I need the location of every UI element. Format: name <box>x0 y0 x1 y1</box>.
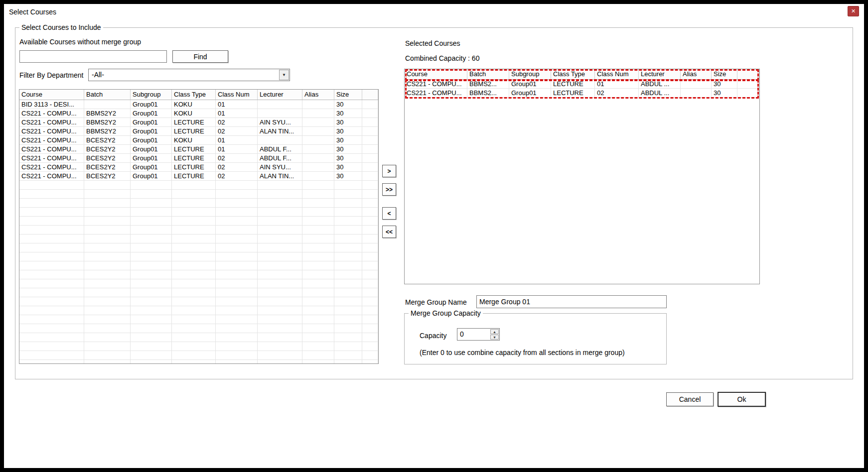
grid-cell <box>216 333 258 342</box>
table-row[interactable]: CS221 - COMPU...BBMS2...Group01LECTURE01… <box>405 80 759 89</box>
grid-cell-filler <box>362 154 378 162</box>
table-empty-row <box>19 279 378 288</box>
table-row[interactable]: CS221 - COMPU...BBMS2Y2Group01LECTURE02A… <box>19 127 378 136</box>
add-selected-button[interactable]: > <box>382 165 396 177</box>
grid-cell <box>681 89 712 97</box>
grid-cell <box>302 243 334 252</box>
grid-cell <box>172 297 216 306</box>
capacity-spinner[interactable]: 0 ▲ ▼ <box>457 328 500 341</box>
grid-cell: Group01 <box>131 136 172 144</box>
column-header[interactable]: Alias <box>302 90 334 100</box>
selected-courses-table[interactable]: CourseBatchSubgroupClass TypeClass NumLe… <box>404 69 760 284</box>
column-header[interactable]: Lecturer <box>258 90 302 100</box>
grid-cell: BBMS2Y2 <box>84 118 131 126</box>
department-dropdown[interactable]: -All- ▼ <box>88 69 290 81</box>
add-all-button[interactable]: >> <box>382 183 396 196</box>
column-header[interactable]: Subgroup <box>131 90 172 100</box>
grid-cell <box>302 154 334 162</box>
column-header[interactable]: Batch <box>84 90 131 100</box>
dropdown-arrow-button[interactable]: ▼ <box>279 70 289 80</box>
grid-cell <box>302 208 334 216</box>
column-header-filler <box>362 90 378 100</box>
column-header[interactable]: Course <box>405 69 467 79</box>
table-empty-row <box>19 288 378 297</box>
grid-cell: AIN SYU... <box>258 118 302 126</box>
grid-cell <box>84 190 131 198</box>
grid-cell <box>131 324 172 333</box>
grid-cell <box>258 315 302 324</box>
table-row[interactable]: CS221 - COMPU...BCES2Y2Group01LECTURE01A… <box>19 145 378 154</box>
table-empty-row <box>19 324 378 333</box>
grid-cell: CS221 - COMPU... <box>19 136 84 144</box>
remove-selected-button[interactable]: < <box>382 207 396 220</box>
grid-cell <box>216 217 258 225</box>
table-row[interactable]: CS221 - COMPU...BBMS2Y2Group01KOKU0130 <box>19 109 378 118</box>
grid-cell: 30 <box>334 154 362 162</box>
grid-cell <box>258 181 302 189</box>
grid-cell-filler <box>362 136 378 144</box>
column-header[interactable]: Course <box>19 90 84 100</box>
column-header[interactable]: Size <box>334 90 362 100</box>
grid-cell-filler <box>362 172 378 180</box>
column-header[interactable]: Subgroup <box>509 69 551 79</box>
column-header[interactable]: Alias <box>681 69 712 79</box>
table-row[interactable]: CS221 - COMPU...BBMS2...Group01LECTURE02… <box>405 89 759 98</box>
grid-cell <box>334 297 362 306</box>
table-row[interactable]: CS221 - COMPU...BBMS2Y2Group01LECTURE02A… <box>19 118 378 127</box>
find-button[interactable]: Find <box>172 50 228 63</box>
column-header[interactable]: Class Type <box>172 90 216 100</box>
grid-cell-filler <box>362 217 378 225</box>
grid-cell <box>258 297 302 306</box>
column-header[interactable]: Class Num <box>595 69 639 79</box>
grid-cell <box>302 288 334 297</box>
grid-cell <box>216 261 258 270</box>
grid-cell <box>19 288 84 297</box>
column-header[interactable]: Class Type <box>551 69 595 79</box>
grid-cell: Group01 <box>131 154 172 162</box>
grid-cell <box>334 181 362 189</box>
grid-cell <box>131 360 172 364</box>
table-row[interactable]: CS221 - COMPU...BCES2Y2Group01LECTURE02A… <box>19 163 378 172</box>
grid-cell <box>334 288 362 297</box>
grid-cell <box>216 243 258 252</box>
table-row[interactable]: CS221 - COMPU...BCES2Y2Group01LECTURE02A… <box>19 154 378 163</box>
grid-header-row: CourseBatchSubgroupClass TypeClass NumLe… <box>405 69 759 80</box>
grid-cell <box>258 100 302 109</box>
ok-button[interactable]: Ok <box>718 392 766 407</box>
search-input[interactable] <box>19 50 167 63</box>
column-header[interactable]: Lecturer <box>639 69 681 79</box>
grid-cell <box>258 109 302 118</box>
groupbox-title: Select Courses to Include <box>19 23 103 31</box>
column-header[interactable]: Class Num <box>216 90 258 100</box>
capacity-label: Capacity <box>420 332 446 340</box>
cancel-button[interactable]: Cancel <box>666 392 714 406</box>
grid-cell: 01 <box>216 145 258 153</box>
column-header[interactable]: Batch <box>467 69 509 79</box>
close-button[interactable]: ✕ <box>848 6 859 16</box>
grid-cell: Group01 <box>131 109 172 118</box>
column-header-filler <box>737 69 759 79</box>
grid-cell-filler <box>362 342 378 351</box>
grid-cell: 30 <box>334 100 362 109</box>
grid-cell <box>302 270 334 279</box>
merge-group-name-input[interactable] <box>476 295 667 308</box>
grid-header-row: CourseBatchSubgroupClass TypeClass NumLe… <box>19 90 378 100</box>
spinner-down-button[interactable]: ▼ <box>490 335 499 340</box>
spinner-up-button[interactable]: ▲ <box>490 329 499 334</box>
grid-cell-filler <box>362 243 378 252</box>
grid-cell-filler <box>362 333 378 342</box>
grid-cell: CS221 - COMPU... <box>19 127 84 135</box>
grid-cell <box>172 270 216 279</box>
available-courses-table[interactable]: CourseBatchSubgroupClass TypeClass NumLe… <box>19 89 379 364</box>
grid-cell <box>84 351 131 359</box>
table-empty-row <box>19 333 378 342</box>
table-row[interactable]: CS221 - COMPU...BCES2Y2Group01LECTURE02A… <box>19 172 378 181</box>
column-header[interactable]: Size <box>712 69 737 79</box>
table-row[interactable]: BID 3113 - DESI...Group01KOKU0130 <box>19 100 378 109</box>
grid-cell <box>131 199 172 207</box>
grid-cell <box>258 306 302 315</box>
remove-all-button[interactable]: << <box>382 226 396 238</box>
table-empty-row <box>19 181 378 190</box>
grid-cell: BCES2Y2 <box>84 163 131 171</box>
table-row[interactable]: CS221 - COMPU...BCES2Y2Group01KOKU0130 <box>19 136 378 145</box>
